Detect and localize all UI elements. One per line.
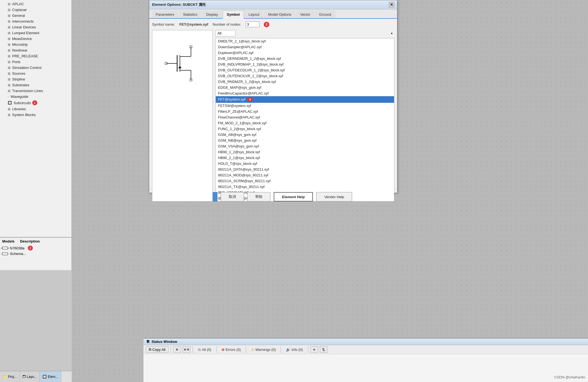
separator3 — [216, 346, 217, 353]
sidebar-item-prerelease[interactable]: ⊞ PRE_RELEASE — [0, 53, 71, 59]
tab-proj[interactable]: 📁 Proj... — [0, 371, 20, 382]
sidebar-item-label: APLAC — [12, 2, 24, 6]
tab-vector[interactable]: Vector — [296, 10, 315, 18]
help-button[interactable]: 帮助 — [247, 192, 270, 201]
list-item[interactable]: GSM_AB@sys_gsm.syf — [216, 132, 394, 138]
list-item[interactable]: HB90_2_1@sys_block.syf — [216, 155, 394, 161]
sidebar-item-ports[interactable]: ⊞ Ports — [0, 59, 71, 65]
symbol-header: Symbol name: FET@system.syf Number of no… — [152, 21, 394, 27]
expand-icon: ⊞ — [8, 77, 10, 81]
list-item[interactable]: GSM_NB@sys_gsm.syf — [216, 138, 394, 143]
list-item[interactable]: DVB_INDLVRDMAP_1_2@sys_block.syf — [216, 61, 394, 67]
sidebar-item-label: Linear Devices — [12, 25, 36, 29]
symbol-list-area: All System User DMDLTR_2_1@sys_block.syf… — [215, 30, 394, 201]
list-item[interactable]: HB90_1_2@sys_block.syf — [216, 149, 394, 155]
tab-layout[interactable]: Layout — [244, 10, 264, 18]
tab-display[interactable]: Display — [202, 10, 222, 18]
error-icon: ⊗ — [222, 348, 225, 352]
list-item[interactable]: I80211A_DATA@sys_80211.syf — [216, 166, 394, 172]
model-item-2[interactable]: Schema... — [2, 251, 69, 256]
list-item[interactable]: DVB_RNDMZR_1_2@sys_block.syf — [216, 79, 394, 85]
copy-icon: ⧉ — [149, 347, 151, 352]
separator4 — [246, 346, 246, 353]
list-item[interactable]: FETSW@system.syf — [216, 103, 394, 109]
filter-select[interactable]: All System User — [215, 30, 235, 36]
sidebar-item-label: Lumped Element — [12, 31, 39, 35]
sidebar-item-waveguide[interactable]: ◦ Waveguide — [0, 94, 71, 99]
tab-model-options[interactable]: Model Options — [264, 10, 296, 18]
list-item[interactable]: DownSampler@APLAC.syf — [216, 44, 394, 50]
vendor-help-button[interactable]: Vendor Help — [316, 192, 352, 201]
tab-ground[interactable]: Ground — [315, 10, 335, 18]
sidebar-item-label: Stripline — [12, 77, 25, 81]
warning-icon: ⚠ — [251, 348, 254, 352]
list-item[interactable]: HOLD_T@sys_block.syf — [216, 161, 394, 166]
expand-icon: ⊞ — [8, 14, 10, 18]
tab-symbol[interactable]: Symbol — [223, 10, 244, 19]
sidebar-item-simulation-control[interactable]: ⊞ Simulation Control — [0, 65, 71, 71]
clear-all-button[interactable]: ✕✕ — [183, 346, 190, 353]
cancel-button[interactable]: 取消 — [221, 192, 244, 201]
tab-elem[interactable]: 🔲 Elem... — [40, 371, 61, 382]
sidebar-item-measdevice[interactable]: ⊞ MeasDevice — [0, 36, 71, 42]
sidebar-item-sources[interactable]: ⊞ Sources — [0, 71, 71, 76]
sidebar-item-stripline[interactable]: ⊞ Stripline — [0, 76, 71, 82]
expand-icon: ⊞ — [8, 43, 10, 47]
sidebar-item-subcircuits[interactable]: 🔲 Subcircuits 1 — [0, 99, 71, 106]
sidebar-item-linear-devices[interactable]: ⊞ Linear Devices — [0, 24, 71, 30]
dialog-close-button[interactable]: ✕ — [389, 2, 394, 7]
clear-button[interactable]: ✕ — [173, 346, 181, 353]
list-item[interactable]: DVB_OUTDECDLVR_1_2@sys_block.syf — [216, 67, 394, 73]
sidebar-item-transmission-lines[interactable]: ⊞ Transmission Lines — [0, 88, 71, 94]
sidebar-item-microstrip[interactable]: ⊞ Microstrip — [0, 42, 71, 47]
sidebar-item-label: Interconnects — [12, 19, 34, 23]
element-help-button[interactable]: Element Help — [274, 192, 313, 201]
svg-marker-9 — [178, 66, 182, 68]
list-item[interactable]: GSM_VSA@sys_gsm.syf — [216, 143, 394, 149]
list-item[interactable]: FUNC_1_2@sys_block.syf — [216, 126, 394, 132]
sidebar-item-label: Simulation Control — [12, 66, 41, 70]
list-item[interactable]: I80211A_SCRM@sys_80211.syf — [216, 178, 394, 184]
list-item[interactable]: FET@system.syf4 — [216, 96, 394, 103]
list-item[interactable]: I80211A_TX@sys_80211.syf — [216, 184, 394, 190]
all-count-icon: ⊠ — [198, 348, 201, 352]
tab-parameters[interactable]: Parameters — [151, 10, 178, 18]
list-item[interactable]: FlowChannel@APLAC.syf — [216, 114, 394, 120]
tab-layo[interactable]: 🗔 Layo... — [20, 371, 40, 382]
list-item[interactable]: DMDLTR_2_1@sys_block.syf — [216, 38, 394, 44]
separator6 — [308, 346, 308, 353]
sidebar-item-label: Transmission Lines — [12, 89, 43, 93]
list-view-button[interactable]: ≡ — [310, 346, 318, 353]
list-item[interactable]: Duplexer@APLAC.syf — [216, 50, 394, 56]
list-item[interactable]: DVB_DERNDMZR_1_2@sys_block.syf — [216, 56, 394, 61]
sidebar-item-general[interactable]: ⊞ General — [0, 13, 71, 18]
list-item[interactable]: I80211A_MOD@sys_80211.syf — [216, 172, 394, 178]
model-icon — [2, 252, 8, 255]
nodes-label: Number of nodes: — [213, 22, 241, 26]
tab-statistics[interactable]: Statistics — [179, 10, 201, 18]
sidebar-item-libraries[interactable]: ⊞ Libraries — [0, 106, 71, 112]
list-item[interactable]: DVB_OUTENCILVR_1_2@sys_block.syf — [216, 73, 394, 79]
sidebar-item-system-blocks[interactable]: ⊞ System Blocks — [0, 112, 71, 118]
sidebar-item-interconnects[interactable]: ⊞ Interconnects — [0, 18, 71, 24]
sidebar-item-nonlinear[interactable]: ⊞ Nonlinear — [0, 47, 71, 53]
copy-all-button[interactable]: ⧉ Copy All — [146, 346, 169, 353]
symbol-listbox[interactable]: DMDLTR_2_1@sys_block.syfDownSampler@APLA… — [215, 38, 394, 201]
filter-row: All System User — [215, 30, 394, 36]
sidebar-item-coplanar[interactable]: ⊞ Coplanar — [0, 7, 71, 13]
list-item[interactable]: FilterLP_ZE@APLAC.syf — [216, 109, 394, 114]
sort-button[interactable]: ⇅ — [320, 346, 328, 353]
close-icon: ✕ — [175, 348, 179, 352]
expand-icon: ⊞ — [8, 89, 10, 93]
sidebar-bottom-header: Models Description — [2, 239, 69, 243]
sidebar-item-substrates[interactable]: ⊞ Substrates — [0, 82, 71, 88]
list-item[interactable]: EDGE_MAP@sys_gsm.syf — [216, 85, 394, 90]
sidebar-item-lumped-element[interactable]: ⊞ Lumped Element — [0, 30, 71, 36]
model-item-1[interactable]: N76038a 2 — [2, 245, 69, 251]
sidebar-item-label: Microstrip — [12, 42, 28, 47]
nodes-input[interactable] — [246, 21, 259, 27]
list-item[interactable]: FM_MOD_2_1@sys_block.syf — [216, 120, 394, 126]
list-item[interactable]: FeedthruCapacitor@APLAC.syf — [216, 90, 394, 96]
sidebar-item-aplac[interactable]: ⊞ APLAC — [0, 1, 71, 7]
expand-icon: ⊞ — [8, 25, 10, 29]
